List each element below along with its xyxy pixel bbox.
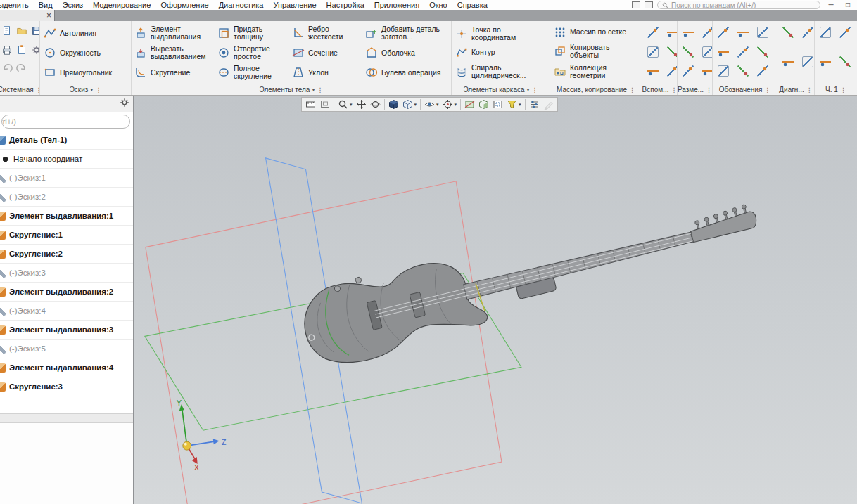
diagnostics-tool-icon[interactable] [802,56,813,67]
group-options-icon[interactable]: ⋮ [706,86,712,93]
section-view-button[interactable] [463,98,476,110]
document-tab[interactable]: × [0,10,55,21]
redo-icon[interactable] [16,63,28,77]
shell-button[interactable]: Оболочка [363,46,449,60]
rib-button[interactable]: Ребро жесткости [290,25,363,41]
tree-item-part[interactable]: Деталь (Тел-1) [0,131,133,150]
tab-close-button[interactable]: × [46,11,51,20]
notation-tool-icon[interactable] [718,65,729,77]
orbit-button[interactable] [369,98,382,110]
fillet-button[interactable]: Скругление [132,65,215,79]
sheet-tool-icon[interactable] [839,27,851,38]
circle-button[interactable]: Окружность [42,46,129,60]
menu-item-view[interactable]: Вид [34,0,58,10]
tree-item-feature[interactable]: Элемент выдавливания:1 [0,207,133,226]
group-options-icon[interactable]: ⋮ [36,86,39,93]
tree-item-sketch[interactable]: (-)Эскиз:4 [0,302,133,321]
undo-icon[interactable] [1,63,13,77]
notation-tool-icon[interactable] [737,46,749,58]
minimize-button[interactable]: ─ [825,0,837,10]
maximize-button[interactable]: □ [842,0,854,10]
notation-tool-icon[interactable] [757,27,768,38]
notation-tool-icon[interactable] [757,46,768,58]
group-options-icon[interactable]: ⋮ [806,86,813,93]
chevron-down-icon[interactable]: ▾ [527,86,530,93]
extrude-button[interactable]: Элемент выдавливания [132,25,215,41]
workspace-icon[interactable] [645,1,653,8]
panel-splitter[interactable] [0,413,133,423]
sheet-tool-icon[interactable] [820,27,831,38]
notation-tool-icon[interactable] [737,27,749,38]
ribbon-group-label[interactable]: Эскиз ▾ ⋮ [40,84,131,95]
display-mode-button[interactable]: ▾ [441,98,459,110]
dimension-tool-icon[interactable] [683,27,694,38]
new-document-icon[interactable] [1,25,13,39]
ribbon-group-label[interactable]: Системная ⋮ [0,84,39,95]
menu-item-sketch[interactable]: Эскиз [58,0,88,10]
guitar-model[interactable] [296,183,767,373]
thicken-button[interactable]: Придать толщину [215,25,290,41]
diagnostics-tool-icon[interactable] [802,27,813,38]
menu-item-help[interactable]: Справка [452,0,493,10]
tree-item-feature[interactable]: Элемент выдавливания:2 [0,283,133,302]
chevron-down-icon[interactable]: ▾ [350,102,353,108]
aux-tool-icon[interactable] [647,27,659,38]
dimension-tool-icon[interactable] [683,46,694,58]
group-options-icon[interactable]: ⋮ [840,86,846,93]
section-button[interactable]: Сечение [290,46,363,60]
ribbon-group-label[interactable]: Разме... ⋮ [678,84,712,95]
menu-item-diagnostics[interactable]: Диагностика [214,0,269,10]
group-options-icon[interactable]: ⋮ [629,86,635,93]
sheet-tool-icon[interactable] [839,56,851,67]
tree-item-feature[interactable]: Элемент выдавливания:4 [0,358,133,377]
filter-button[interactable]: ▾ [505,98,523,110]
full-fillet-button[interactable]: Полное скругление [215,64,290,81]
menu-item-applications[interactable]: Приложения [369,0,424,10]
pan-button[interactable] [355,98,368,110]
simple-hole-button[interactable]: Отверстие простое [215,44,290,61]
menu-item-layout[interactable]: Оформление [155,0,213,10]
dimension-tool-icon[interactable] [702,27,712,38]
chevron-down-icon[interactable]: ▾ [455,102,457,108]
aux-tool-icon[interactable] [667,65,677,77]
scene-settings-button[interactable] [528,98,541,110]
gear-icon[interactable] [120,98,129,110]
command-search-input[interactable]: Поиск по командам (Alt+/) [657,1,820,9]
tree-item-feature[interactable]: Скругление:2 [0,245,133,264]
aux-tool-icon[interactable] [667,27,677,38]
origin-triad[interactable]: Y Z X [177,399,227,472]
restore-window-icon[interactable] [632,1,640,8]
ribbon-group-label[interactable]: Массив, копирование ⋮ [550,84,642,95]
chevron-down-icon[interactable]: ▾ [90,86,93,93]
save-icon[interactable] [31,25,39,39]
rectangle-button[interactable]: Прямоугольник [42,65,129,79]
chevron-down-icon[interactable]: ▾ [436,102,439,108]
draft-button[interactable]: Уклон [290,65,363,79]
menu-item-window[interactable]: Окно [424,0,452,10]
zoom-button[interactable]: ▾ [336,98,354,110]
ruler-grid-button[interactable] [304,98,317,110]
orientation-cube-button[interactable] [387,98,400,110]
tree-item-feature[interactable]: Скругление:1 [0,226,133,245]
geometry-collection-button[interactable]: Коллекция геометрии [552,63,640,80]
group-options-icon[interactable]: ⋮ [532,86,538,93]
visibility-button[interactable]: ▾ [423,98,440,110]
diagnostics-tool-icon[interactable] [782,56,794,67]
fit-view-button[interactable] [318,98,331,110]
dimension-tool-icon[interactable] [683,65,694,77]
tree-item-feature[interactable]: Скругление:3 [0,377,133,396]
diagnostics-tool-icon[interactable] [782,27,794,38]
gear-small-icon[interactable] [31,44,39,58]
menu-item-modeling[interactable]: Моделирование [88,0,155,10]
tree-search-input[interactable]: (Ctrl+/) [1,115,130,129]
clipboard-icon[interactable] [16,44,28,58]
menu-item-settings[interactable]: Настройка [322,0,369,10]
ribbon-group-label[interactable]: Вспом... ⋮ [642,84,677,95]
ribbon-group-label[interactable]: Элементы тела ▾ ⋮ [132,84,451,95]
tree-item-sketch[interactable]: (-)Эскиз:5 [0,340,133,358]
chevron-down-icon[interactable]: ▾ [519,102,521,108]
local-view-button[interactable] [491,98,504,110]
group-options-icon[interactable]: ⋮ [95,86,101,93]
open-document-icon[interactable] [16,25,28,39]
ribbon-group-label[interactable]: Диагн... ⋮ [777,84,814,95]
